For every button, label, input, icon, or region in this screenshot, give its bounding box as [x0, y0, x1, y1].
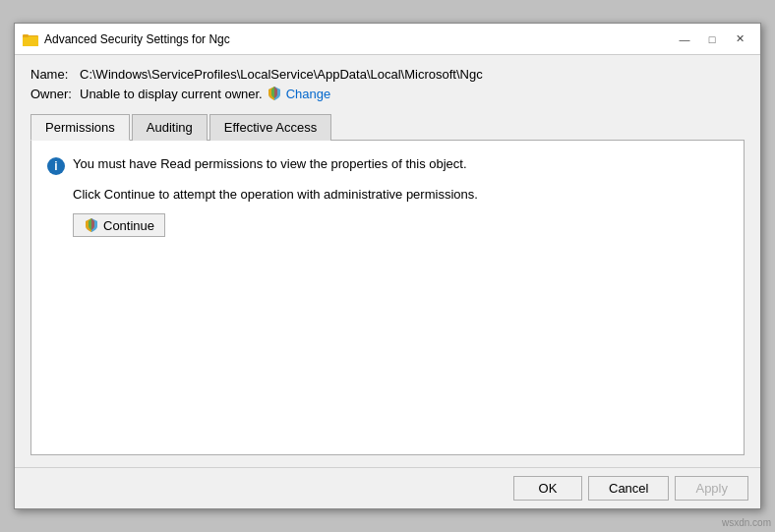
continue-btn-label: Continue [103, 218, 154, 233]
name-value: C:\Windows\ServiceProfiles\LocalService\… [80, 67, 483, 82]
svg-rect-2 [23, 34, 29, 37]
continue-shield-icon [84, 217, 99, 233]
close-button[interactable]: ✕ [727, 30, 752, 49]
continue-button[interactable]: Continue [73, 213, 165, 237]
read-permission-message: i You must have Read permissions to view… [47, 156, 728, 175]
continue-message: Click Continue to attempt the operation … [73, 187, 728, 202]
maximize-button[interactable]: □ [699, 30, 725, 49]
continue-text: Click Continue to attempt the operation … [73, 187, 478, 202]
tab-content: i You must have Read permissions to view… [30, 141, 745, 455]
watermark: wsxdn.com [722, 517, 771, 528]
apply-button[interactable]: Apply [675, 476, 748, 501]
title-bar-buttons: — □ ✕ [672, 30, 752, 49]
title-bar: Advanced Security Settings for Ngc — □ ✕ [15, 24, 760, 55]
window-content: Name: C:\Windows\ServiceProfiles\LocalSe… [15, 55, 760, 467]
change-label: Change [286, 87, 331, 101]
tabs-container: Permissions Auditing Effective Access [30, 113, 745, 141]
main-window: Advanced Security Settings for Ngc — □ ✕… [14, 23, 761, 509]
owner-label: Owner: [30, 87, 80, 101]
read-permission-text: You must have Read permissions to view t… [73, 156, 467, 171]
ok-button[interactable]: OK [513, 476, 582, 501]
footer: OK Cancel Apply [15, 467, 760, 508]
info-icon: i [47, 157, 65, 175]
svg-rect-1 [23, 36, 38, 46]
tab-effective-access[interactable]: Effective Access [209, 114, 331, 141]
change-link[interactable]: Change [267, 86, 331, 101]
name-row: Name: C:\Windows\ServiceProfiles\LocalSe… [30, 67, 745, 82]
window-title: Advanced Security Settings for Ngc [44, 32, 230, 46]
owner-value: Unable to display current owner. [80, 87, 263, 101]
title-bar-left: Advanced Security Settings for Ngc [23, 31, 230, 47]
tab-permissions[interactable]: Permissions [30, 114, 130, 141]
minimize-button[interactable]: — [672, 30, 697, 49]
cancel-button[interactable]: Cancel [588, 476, 669, 501]
shield-icon [267, 86, 282, 101]
info-section: Name: C:\Windows\ServiceProfiles\LocalSe… [30, 67, 745, 105]
owner-row: Owner: Unable to display current owner. … [30, 86, 745, 101]
name-label: Name: [30, 67, 80, 82]
folder-icon [23, 31, 38, 47]
tab-auditing[interactable]: Auditing [132, 114, 208, 141]
